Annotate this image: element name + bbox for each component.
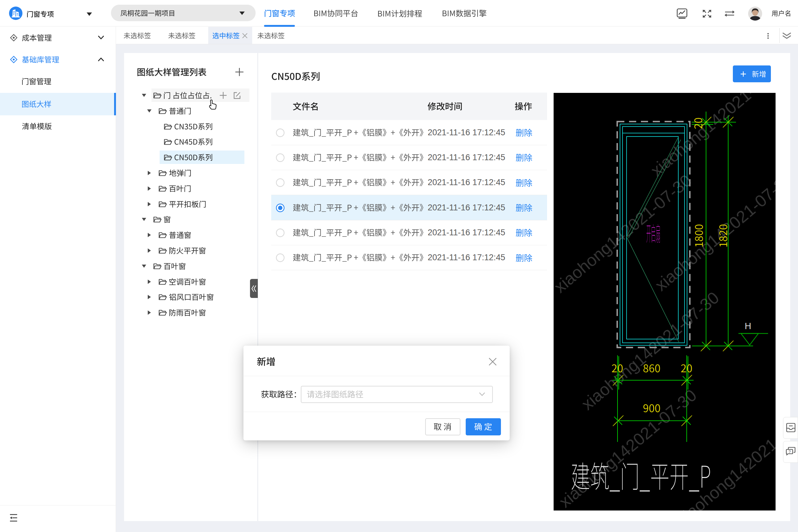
svg-text:?: ? (788, 450, 791, 454)
svg-text:H: H (745, 321, 751, 331)
